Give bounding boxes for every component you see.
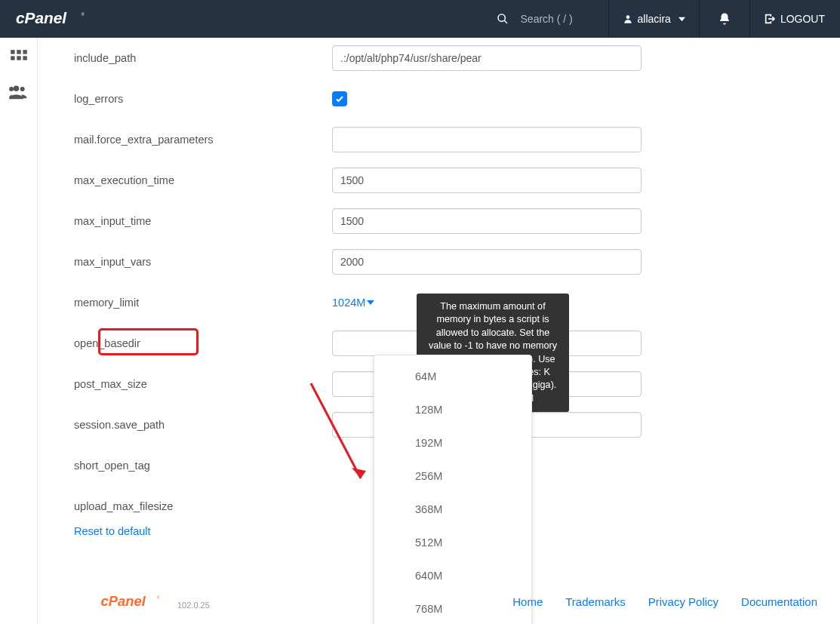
logout-button[interactable]: LOGOUT (764, 13, 825, 25)
svg-line-3 (504, 20, 507, 23)
svg-text:®: ® (82, 12, 85, 17)
top-bar: cPanel ® allacira LOGOUT (0, 0, 840, 38)
svg-point-4 (626, 15, 629, 19)
notifications-button[interactable] (718, 12, 731, 26)
logout-label: LOGOUT (780, 13, 825, 25)
svg-text:cPanel: cPanel (16, 9, 67, 26)
user-icon (623, 14, 633, 24)
cpanel-logo[interactable]: cPanel ® (14, 9, 97, 29)
search-field[interactable] (497, 12, 595, 26)
username-label: allacira (638, 13, 671, 25)
search-input[interactable] (519, 12, 595, 26)
svg-point-2 (498, 14, 505, 21)
logout-icon (764, 13, 776, 25)
user-menu[interactable]: allacira (623, 13, 685, 25)
caret-down-icon (678, 16, 685, 23)
search-icon (497, 13, 509, 25)
